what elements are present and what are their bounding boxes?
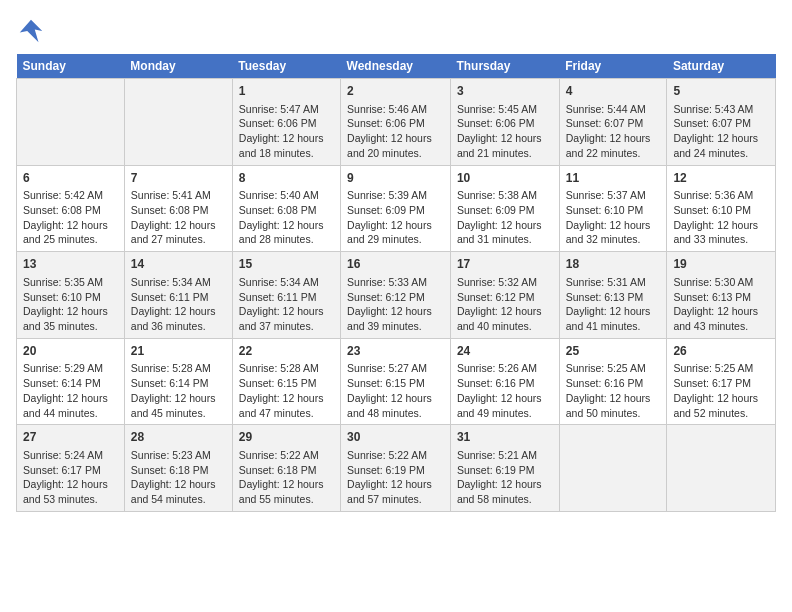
calendar-cell: 30Sunrise: 5:22 AMSunset: 6:19 PMDayligh… (341, 425, 451, 512)
calendar-cell (667, 425, 776, 512)
day-number: 9 (347, 170, 444, 187)
day-number: 1 (239, 83, 334, 100)
day-content: Sunrise: 5:46 AMSunset: 6:06 PMDaylight:… (347, 102, 444, 161)
day-content: Sunrise: 5:22 AMSunset: 6:18 PMDaylight:… (239, 448, 334, 507)
day-content: Sunrise: 5:28 AMSunset: 6:14 PMDaylight:… (131, 361, 226, 420)
day-content: Sunrise: 5:22 AMSunset: 6:19 PMDaylight:… (347, 448, 444, 507)
calendar-cell: 8Sunrise: 5:40 AMSunset: 6:08 PMDaylight… (232, 165, 340, 252)
day-number: 17 (457, 256, 553, 273)
day-number: 16 (347, 256, 444, 273)
day-content: Sunrise: 5:26 AMSunset: 6:16 PMDaylight:… (457, 361, 553, 420)
calendar-cell: 26Sunrise: 5:25 AMSunset: 6:17 PMDayligh… (667, 338, 776, 425)
day-content: Sunrise: 5:34 AMSunset: 6:11 PMDaylight:… (131, 275, 226, 334)
day-content: Sunrise: 5:37 AMSunset: 6:10 PMDaylight:… (566, 188, 661, 247)
calendar-cell: 16Sunrise: 5:33 AMSunset: 6:12 PMDayligh… (341, 252, 451, 339)
calendar-cell: 23Sunrise: 5:27 AMSunset: 6:15 PMDayligh… (341, 338, 451, 425)
week-row-1: 1Sunrise: 5:47 AMSunset: 6:06 PMDaylight… (17, 79, 776, 166)
day-content: Sunrise: 5:25 AMSunset: 6:17 PMDaylight:… (673, 361, 769, 420)
day-number: 6 (23, 170, 118, 187)
day-number: 2 (347, 83, 444, 100)
calendar-table: SundayMondayTuesdayWednesdayThursdayFrid… (16, 54, 776, 512)
day-number: 29 (239, 429, 334, 446)
week-row-5: 27Sunrise: 5:24 AMSunset: 6:17 PMDayligh… (17, 425, 776, 512)
day-number: 5 (673, 83, 769, 100)
day-number: 4 (566, 83, 661, 100)
day-content: Sunrise: 5:25 AMSunset: 6:16 PMDaylight:… (566, 361, 661, 420)
calendar-cell: 27Sunrise: 5:24 AMSunset: 6:17 PMDayligh… (17, 425, 125, 512)
calendar-cell: 19Sunrise: 5:30 AMSunset: 6:13 PMDayligh… (667, 252, 776, 339)
day-content: Sunrise: 5:32 AMSunset: 6:12 PMDaylight:… (457, 275, 553, 334)
day-content: Sunrise: 5:31 AMSunset: 6:13 PMDaylight:… (566, 275, 661, 334)
day-number: 13 (23, 256, 118, 273)
day-header-tuesday: Tuesday (232, 54, 340, 79)
calendar-cell: 12Sunrise: 5:36 AMSunset: 6:10 PMDayligh… (667, 165, 776, 252)
calendar-cell: 1Sunrise: 5:47 AMSunset: 6:06 PMDaylight… (232, 79, 340, 166)
day-number: 20 (23, 343, 118, 360)
day-content: Sunrise: 5:39 AMSunset: 6:09 PMDaylight:… (347, 188, 444, 247)
day-number: 11 (566, 170, 661, 187)
calendar-cell: 11Sunrise: 5:37 AMSunset: 6:10 PMDayligh… (559, 165, 667, 252)
calendar-cell: 17Sunrise: 5:32 AMSunset: 6:12 PMDayligh… (450, 252, 559, 339)
day-header-thursday: Thursday (450, 54, 559, 79)
day-number: 10 (457, 170, 553, 187)
day-number: 8 (239, 170, 334, 187)
day-content: Sunrise: 5:42 AMSunset: 6:08 PMDaylight:… (23, 188, 118, 247)
day-number: 31 (457, 429, 553, 446)
calendar-cell: 14Sunrise: 5:34 AMSunset: 6:11 PMDayligh… (124, 252, 232, 339)
day-number: 15 (239, 256, 334, 273)
day-number: 30 (347, 429, 444, 446)
day-number: 19 (673, 256, 769, 273)
calendar-cell: 9Sunrise: 5:39 AMSunset: 6:09 PMDaylight… (341, 165, 451, 252)
calendar-cell: 2Sunrise: 5:46 AMSunset: 6:06 PMDaylight… (341, 79, 451, 166)
day-number: 3 (457, 83, 553, 100)
day-content: Sunrise: 5:36 AMSunset: 6:10 PMDaylight:… (673, 188, 769, 247)
calendar-cell: 7Sunrise: 5:41 AMSunset: 6:08 PMDaylight… (124, 165, 232, 252)
calendar-cell: 5Sunrise: 5:43 AMSunset: 6:07 PMDaylight… (667, 79, 776, 166)
day-content: Sunrise: 5:23 AMSunset: 6:18 PMDaylight:… (131, 448, 226, 507)
day-content: Sunrise: 5:29 AMSunset: 6:14 PMDaylight:… (23, 361, 118, 420)
day-content: Sunrise: 5:43 AMSunset: 6:07 PMDaylight:… (673, 102, 769, 161)
day-content: Sunrise: 5:34 AMSunset: 6:11 PMDaylight:… (239, 275, 334, 334)
day-content: Sunrise: 5:44 AMSunset: 6:07 PMDaylight:… (566, 102, 661, 161)
svg-marker-0 (20, 20, 43, 43)
day-number: 12 (673, 170, 769, 187)
calendar-cell: 29Sunrise: 5:22 AMSunset: 6:18 PMDayligh… (232, 425, 340, 512)
calendar-cell (559, 425, 667, 512)
day-number: 28 (131, 429, 226, 446)
day-content: Sunrise: 5:47 AMSunset: 6:06 PMDaylight:… (239, 102, 334, 161)
calendar-cell: 15Sunrise: 5:34 AMSunset: 6:11 PMDayligh… (232, 252, 340, 339)
calendar-cell: 3Sunrise: 5:45 AMSunset: 6:06 PMDaylight… (450, 79, 559, 166)
day-header-saturday: Saturday (667, 54, 776, 79)
day-content: Sunrise: 5:33 AMSunset: 6:12 PMDaylight:… (347, 275, 444, 334)
day-content: Sunrise: 5:27 AMSunset: 6:15 PMDaylight:… (347, 361, 444, 420)
week-row-3: 13Sunrise: 5:35 AMSunset: 6:10 PMDayligh… (17, 252, 776, 339)
day-number: 23 (347, 343, 444, 360)
day-number: 7 (131, 170, 226, 187)
calendar-cell: 13Sunrise: 5:35 AMSunset: 6:10 PMDayligh… (17, 252, 125, 339)
calendar-header-row: SundayMondayTuesdayWednesdayThursdayFrid… (17, 54, 776, 79)
calendar-cell: 25Sunrise: 5:25 AMSunset: 6:16 PMDayligh… (559, 338, 667, 425)
day-content: Sunrise: 5:41 AMSunset: 6:08 PMDaylight:… (131, 188, 226, 247)
day-content: Sunrise: 5:21 AMSunset: 6:19 PMDaylight:… (457, 448, 553, 507)
calendar-cell (124, 79, 232, 166)
week-row-2: 6Sunrise: 5:42 AMSunset: 6:08 PMDaylight… (17, 165, 776, 252)
calendar-cell (17, 79, 125, 166)
day-number: 21 (131, 343, 226, 360)
day-header-friday: Friday (559, 54, 667, 79)
day-number: 24 (457, 343, 553, 360)
day-content: Sunrise: 5:30 AMSunset: 6:13 PMDaylight:… (673, 275, 769, 334)
calendar-cell: 4Sunrise: 5:44 AMSunset: 6:07 PMDaylight… (559, 79, 667, 166)
calendar-cell: 28Sunrise: 5:23 AMSunset: 6:18 PMDayligh… (124, 425, 232, 512)
day-number: 26 (673, 343, 769, 360)
day-header-sunday: Sunday (17, 54, 125, 79)
calendar-cell: 6Sunrise: 5:42 AMSunset: 6:08 PMDaylight… (17, 165, 125, 252)
week-row-4: 20Sunrise: 5:29 AMSunset: 6:14 PMDayligh… (17, 338, 776, 425)
day-number: 25 (566, 343, 661, 360)
calendar-cell: 21Sunrise: 5:28 AMSunset: 6:14 PMDayligh… (124, 338, 232, 425)
day-content: Sunrise: 5:45 AMSunset: 6:06 PMDaylight:… (457, 102, 553, 161)
calendar-cell: 18Sunrise: 5:31 AMSunset: 6:13 PMDayligh… (559, 252, 667, 339)
day-number: 27 (23, 429, 118, 446)
page-header (16, 16, 776, 46)
day-content: Sunrise: 5:40 AMSunset: 6:08 PMDaylight:… (239, 188, 334, 247)
calendar-cell: 10Sunrise: 5:38 AMSunset: 6:09 PMDayligh… (450, 165, 559, 252)
